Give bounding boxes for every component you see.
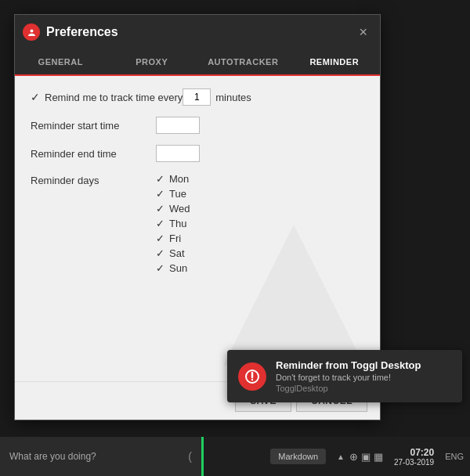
day-sat: ✓ Sat [156, 247, 190, 259]
minutes-input[interactable] [183, 88, 211, 106]
close-button[interactable]: × [354, 23, 372, 41]
tue-check-icon[interactable]: ✓ [156, 188, 164, 200]
notification-toast: Reminder from Toggl Desktop Don't forget… [227, 350, 462, 402]
sys-tray: ▲ ⊕ ▣ ▦ [337, 451, 383, 463]
content-area: ✓ Remind me to track time every minutes … [15, 76, 380, 381]
end-time-row: Reminder end time [31, 145, 364, 162]
notification-content: Reminder from Toggl Desktop Don't forget… [276, 359, 451, 393]
notification-icon [238, 362, 266, 391]
chat-icon: ▦ [374, 451, 383, 463]
day-thu: ✓ Thu [156, 218, 190, 229]
mon-label: Mon [169, 173, 189, 185]
app-icon [23, 23, 40, 41]
taskbar: What are you doing? ( Markdown ▲ ⊕ ▣ ▦ 0… [0, 437, 470, 476]
tab-bar: GENERAL PROXY AUTOTRACKER REMINDER [15, 49, 380, 76]
tab-proxy[interactable]: PROXY [107, 49, 198, 76]
svg-point-0 [30, 29, 33, 32]
end-time-label: Reminder end time [31, 148, 156, 160]
minutes-label: minutes [215, 92, 251, 103]
tray-icons: ⊕ ▣ ▦ [349, 451, 383, 463]
taskbar-right: Markdown ▲ ⊕ ▣ ▦ 07:20 27-03-2019 ENG [204, 447, 470, 467]
app-pill-label: Markdown [278, 452, 318, 461]
track-text: What are you doing? [9, 451, 188, 462]
day-wed: ✓ Wed [156, 203, 190, 215]
days-section: Reminder days ✓ Mon ✓ Tue ✓ Wed ✓ Thu [31, 173, 364, 274]
thu-label: Thu [169, 218, 186, 229]
day-sun: ✓ Sun [156, 262, 190, 274]
fri-check-icon[interactable]: ✓ [156, 233, 164, 244]
day-mon: ✓ Mon [156, 173, 190, 185]
thu-check-icon[interactable]: ✓ [156, 218, 164, 229]
start-time-input[interactable] [156, 117, 200, 134]
start-time-row: Reminder start time [31, 117, 364, 134]
track-time-label: ✓ Remind me to track time every [31, 91, 183, 103]
days-label: Reminder days [31, 173, 156, 186]
day-fri: ✓ Fri [156, 233, 190, 244]
track-bar[interactable]: What are you doing? ( [0, 437, 204, 476]
sun-label: Sun [169, 262, 187, 274]
notification-body: Don't forget to track your time! [276, 373, 451, 382]
clock-date: 27-03-2019 [394, 458, 434, 467]
track-bracket: ( [188, 450, 192, 463]
mon-check-icon[interactable]: ✓ [156, 173, 164, 185]
battery-icon: ▣ [361, 451, 371, 463]
wed-label: Wed [169, 203, 190, 215]
start-time-label: Reminder start time [31, 120, 156, 132]
day-tue: ✓ Tue [156, 188, 190, 200]
sat-check-icon[interactable]: ✓ [156, 247, 164, 259]
track-time-row: ✓ Remind me to track time every minutes [31, 88, 364, 106]
lang-label: ENG [445, 452, 464, 461]
svg-point-3 [251, 378, 253, 380]
fri-label: Fri [169, 233, 181, 244]
end-time-input[interactable] [156, 145, 200, 162]
sat-label: Sat [169, 247, 185, 259]
notification-title: Reminder from Toggl Desktop [276, 359, 451, 371]
days-list: ✓ Mon ✓ Tue ✓ Wed ✓ Thu ✓ Fri [156, 173, 190, 274]
clock-time: 07:20 [410, 447, 434, 458]
title-bar: Preferences × [15, 15, 380, 49]
notification-app: TogglDesktop [276, 384, 451, 393]
globe-icon: ⊕ [349, 451, 358, 463]
tab-reminder[interactable]: REMINDER [289, 49, 381, 76]
tab-autotracker[interactable]: AUTOTRACKER [197, 49, 289, 76]
app-pill[interactable]: Markdown [270, 449, 326, 464]
window-title: Preferences [46, 25, 354, 39]
tue-label: Tue [169, 188, 186, 200]
sys-clock: 07:20 27-03-2019 [394, 447, 434, 467]
sun-check-icon[interactable]: ✓ [156, 262, 164, 274]
tab-general[interactable]: GENERAL [15, 49, 107, 76]
wed-check-icon[interactable]: ✓ [156, 203, 164, 215]
track-time-check-icon[interactable]: ✓ [31, 91, 40, 103]
tray-arrow-icon[interactable]: ▲ [337, 453, 345, 461]
